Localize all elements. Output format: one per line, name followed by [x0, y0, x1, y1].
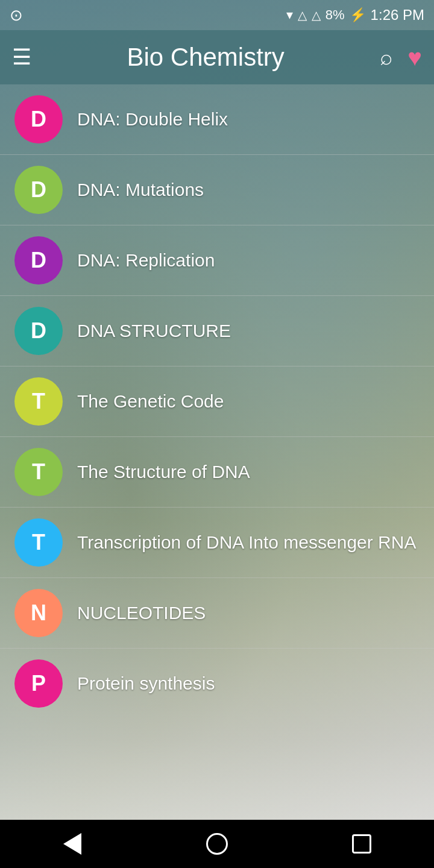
back-button[interactable] — [54, 826, 90, 862]
status-left: ⊙ — [10, 6, 23, 25]
list-item[interactable]: TTranscription of DNA Into messenger RNA — [0, 508, 434, 578]
navigation-bar — [0, 820, 434, 868]
topic-avatar: T — [14, 377, 63, 426]
list-item[interactable]: DDNA: Double Helix — [0, 84, 434, 155]
overview-button[interactable] — [344, 826, 380, 862]
settings-icon: ⊙ — [10, 6, 23, 25]
topic-label: The Genetic Code — [77, 391, 224, 412]
topic-avatar: T — [14, 518, 63, 567]
topic-avatar: N — [14, 589, 63, 637]
signal2-icon: △ — [312, 8, 321, 22]
search-button[interactable]: ⌕ — [380, 45, 393, 70]
topic-avatar: D — [14, 95, 63, 143]
home-button[interactable] — [199, 826, 235, 862]
page-title: Bio Chemistry — [46, 43, 365, 72]
list-item[interactable]: NNUCLEOTIDES — [0, 578, 434, 649]
list-item[interactable]: TThe Structure of DNA — [0, 437, 434, 508]
battery-text: 8% — [326, 7, 345, 23]
topic-avatar: T — [14, 448, 63, 496]
signal-icon: △ — [298, 8, 307, 22]
topic-label: The Structure of DNA — [77, 462, 250, 482]
list-item[interactable]: DDNA: Replication — [0, 225, 434, 296]
battery-icon: ⚡ — [350, 7, 366, 23]
topic-label: DNA STRUCTURE — [77, 321, 231, 341]
list-item[interactable]: DDNA STRUCTURE — [0, 296, 434, 366]
time-display: 1:26 PM — [371, 7, 424, 24]
topic-label: DNA: Mutations — [77, 180, 204, 200]
menu-button[interactable]: ☰ — [12, 45, 31, 70]
topics-list: DDNA: Double HelixDDNA: MutationsDDNA: R… — [0, 84, 434, 868]
topic-label: DNA: Replication — [77, 250, 215, 271]
topic-label: DNA: Double Helix — [77, 109, 228, 130]
topic-avatar: P — [14, 659, 63, 708]
list-item[interactable]: PProtein synthesis — [0, 649, 434, 719]
list-item[interactable]: TThe Genetic Code — [0, 366, 434, 437]
topic-avatar: D — [14, 166, 63, 214]
list-item[interactable]: DDNA: Mutations — [0, 155, 434, 225]
topic-label: Transcription of DNA Into messenger RNA — [77, 532, 416, 553]
topic-avatar: D — [14, 307, 63, 355]
app-header: ☰ Bio Chemistry ⌕ ♥ — [0, 30, 434, 84]
status-right: ▾ △ △ 8% ⚡ 1:26 PM — [286, 7, 424, 24]
topic-label: NUCLEOTIDES — [77, 603, 206, 623]
topic-avatar: D — [14, 236, 63, 285]
wifi-icon: ▾ — [286, 7, 293, 23]
status-bar: ⊙ ▾ △ △ 8% ⚡ 1:26 PM — [0, 0, 434, 30]
topic-label: Protein synthesis — [77, 673, 215, 694]
favorites-button[interactable]: ♥ — [407, 44, 422, 71]
